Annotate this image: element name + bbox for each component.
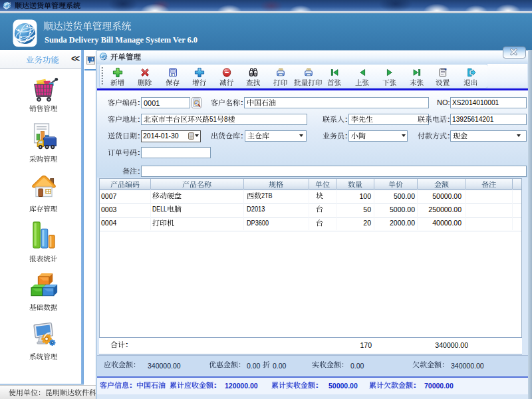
svg-text::: : (137, 148, 141, 156)
svg-text:DP3600: DP3600 (247, 219, 269, 227)
svg-text:NO:: NO: (437, 98, 450, 106)
svg-text:D2013: D2013 (247, 205, 265, 213)
svg-text::: : (344, 132, 348, 140)
svg-text:Sunda Delivery Bill Manage Sys: Sunda Delivery Bill Manage System Ver 6.… (45, 35, 198, 45)
svg-text::: : (240, 98, 244, 106)
svg-text::: : (413, 381, 417, 389)
svg-text:51: 51 (209, 115, 217, 123)
svg-text::: : (213, 381, 217, 389)
svg-text::: : (137, 98, 141, 106)
svg-text::: : (125, 340, 129, 348)
svg-text::: : (344, 115, 348, 123)
svg-text::: : (315, 381, 319, 389)
svg-text::: : (129, 381, 133, 389)
svg-text::: : (240, 132, 244, 140)
svg-text:8: 8 (224, 115, 228, 123)
svg-text::: : (137, 115, 141, 123)
svg-text::: : (137, 132, 141, 140)
svg-text:DELL: DELL (152, 205, 167, 213)
svg-text::: : (137, 167, 141, 175)
svg-text:2TB: 2TB (261, 192, 273, 200)
